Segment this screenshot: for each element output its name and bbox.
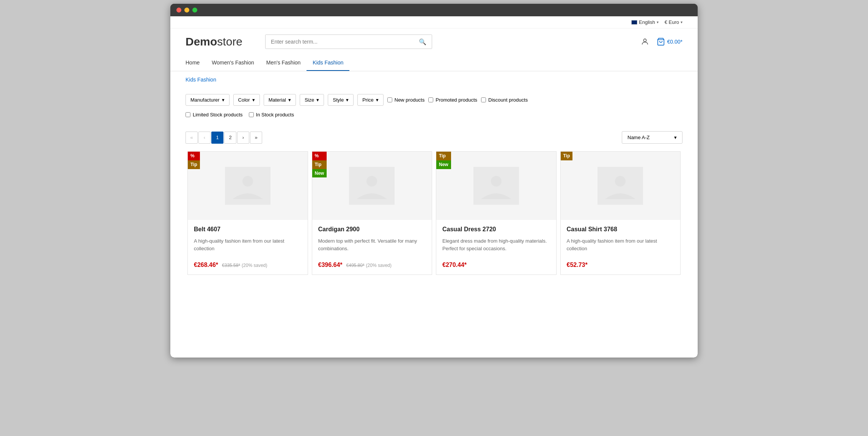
filter-style-chevron: ▾ (346, 97, 349, 103)
badge-tip-2: Tip (436, 152, 451, 160)
badge-tip-3: Tip (561, 152, 573, 160)
filter-promoted-checkbox[interactable] (428, 97, 433, 102)
flag-icon (631, 20, 637, 25)
svg-point-3 (242, 176, 253, 187)
filter-manufacturer-chevron: ▾ (222, 97, 225, 103)
product-image-area-0: % Tip (188, 152, 308, 220)
product-savings-0: (20% saved) (242, 263, 267, 268)
product-card-0[interactable]: % Tip Belt 4607 A high-quality fashion i… (187, 151, 308, 275)
badge-container-3: Tip (561, 152, 573, 160)
product-desc-1: Modern top with perfect fit. Versatile f… (318, 237, 426, 256)
filter-size[interactable]: Size ▾ (300, 94, 324, 106)
pagination-bar: « ‹ 1 2 › » Name A-Z ▾ (170, 124, 698, 151)
product-desc-0: A high-quality fashion item from our lat… (194, 237, 302, 256)
filter-limited-stock-checkbox[interactable] (186, 112, 190, 117)
store-logo[interactable]: Demostore (186, 35, 242, 48)
product-card-1[interactable]: % Tip New Cardigan 2900 Modern top with … (312, 151, 432, 275)
filter-price[interactable]: Price ▾ (357, 94, 384, 106)
traffic-light-red[interactable] (176, 8, 181, 13)
product-name-2: Casual Dress 2720 (442, 226, 550, 233)
product-price-0: €268.46* (194, 262, 218, 268)
nav-item-womens[interactable]: Women's Fashion (206, 55, 260, 71)
filter-manufacturer-label: Manufacturer (190, 97, 220, 103)
nav-item-home[interactable]: Home (186, 55, 206, 71)
product-info-0: Belt 4607 A high-quality fashion item fr… (188, 220, 308, 274)
badge-container-1: % Tip New (312, 152, 327, 177)
page-prev-button[interactable]: ‹ (198, 132, 211, 144)
filter-new-checkbox[interactable] (387, 97, 392, 102)
currency-chevron: ▾ (681, 20, 682, 24)
sort-dropdown[interactable]: Name A-Z ▾ (622, 131, 682, 144)
svg-point-9 (615, 176, 626, 187)
page-first-button[interactable]: « (186, 132, 198, 144)
search-input[interactable] (266, 35, 414, 49)
price-row-0: €268.46* €335.58* (20% saved) (194, 262, 302, 268)
filter-size-chevron: ▾ (316, 97, 319, 103)
language-chevron: ▾ (657, 20, 659, 24)
product-name-3: Casual Shirt 3768 (567, 226, 675, 233)
page-last-button[interactable]: » (250, 132, 262, 144)
breadcrumb: Kids Fashion (170, 71, 698, 88)
filter-discount-label: Discount products (488, 97, 528, 103)
filter-color-chevron: ▾ (252, 97, 255, 103)
product-price-2: €270.44* (442, 262, 467, 268)
filter-in-stock[interactable]: In Stock products (249, 112, 294, 118)
price-row-1: €396.64* €495.80* (20% saved) (318, 262, 426, 268)
language-label: English (639, 19, 655, 25)
badge-percent-0: % (188, 152, 200, 160)
filter-color[interactable]: Color ▾ (233, 94, 260, 106)
filter-color-label: Color (238, 97, 250, 103)
logo-bold: Demo (186, 35, 217, 48)
pagination: « ‹ 1 2 › » (186, 132, 262, 144)
browser-titlebar (170, 4, 698, 16)
search-bar: 🔍 (265, 35, 432, 49)
filter-material[interactable]: Material ▾ (264, 94, 296, 106)
search-button[interactable]: 🔍 (414, 35, 432, 49)
header-actions: €0.00* (641, 38, 682, 46)
product-price-3: €52.73* (567, 262, 588, 268)
filter-discount-checkbox[interactable] (481, 97, 486, 102)
traffic-light-yellow[interactable] (184, 8, 189, 13)
filter-limited-stock-label: Limited Stock products (193, 112, 243, 118)
svg-point-0 (643, 39, 646, 42)
product-card-3[interactable]: Tip Casual Shirt 3768 A high-quality fas… (560, 151, 681, 275)
breadcrumb-link[interactable]: Kids Fashion (186, 77, 216, 83)
product-grid: % Tip Belt 4607 A high-quality fashion i… (170, 151, 698, 281)
store-header: Demostore 🔍 (170, 28, 698, 55)
badge-tip-1: Tip (312, 160, 327, 169)
filter-discount-products[interactable]: Discount products (481, 97, 528, 103)
utility-bar: English ▾ € Euro ▾ (170, 16, 698, 28)
currency-selector[interactable]: € Euro ▾ (665, 19, 682, 25)
product-desc-3: A high-quality fashion item from our lat… (567, 237, 675, 256)
language-selector[interactable]: English ▾ (631, 19, 659, 25)
filter-limited-stock[interactable]: Limited Stock products (186, 112, 243, 118)
nav-item-kids[interactable]: Kids Fashion (307, 55, 349, 71)
product-price-1: €396.64* (318, 262, 343, 268)
sort-chevron: ▾ (674, 135, 677, 140)
cart-price: €0.00* (667, 39, 682, 45)
cart-icon (657, 38, 665, 46)
filter-material-chevron: ▾ (288, 97, 291, 103)
badge-new-1: New (312, 169, 327, 178)
filter-promoted-products[interactable]: Promoted products (428, 97, 477, 103)
page-1-button[interactable]: 1 (211, 132, 223, 144)
filters-row-2: Limited Stock products In Stock products (170, 112, 698, 124)
filter-style[interactable]: Style ▾ (328, 94, 354, 106)
store-page: English ▾ € Euro ▾ Demostore 🔍 (170, 16, 698, 358)
traffic-light-green[interactable] (192, 8, 197, 13)
svg-point-5 (366, 176, 377, 187)
product-info-3: Casual Shirt 3768 A high-quality fashion… (561, 220, 681, 274)
page-next-button[interactable]: › (237, 132, 249, 144)
page-2-button[interactable]: 2 (224, 132, 236, 144)
product-name-0: Belt 4607 (194, 226, 302, 233)
account-icon (641, 38, 649, 46)
filters-section: Manufacturer ▾ Color ▾ Material ▾ Size ▾… (170, 88, 698, 112)
account-button[interactable] (641, 38, 649, 46)
filter-manufacturer[interactable]: Manufacturer ▾ (186, 94, 230, 106)
currency-label: € Euro (665, 19, 679, 25)
filter-in-stock-checkbox[interactable] (249, 112, 254, 117)
nav-item-mens[interactable]: Men's Fashion (260, 55, 307, 71)
cart-button[interactable]: €0.00* (657, 38, 682, 46)
filter-new-products[interactable]: New products (387, 97, 425, 103)
product-card-2[interactable]: Tip New Casual Dress 2720 Elegant dress … (436, 151, 557, 275)
